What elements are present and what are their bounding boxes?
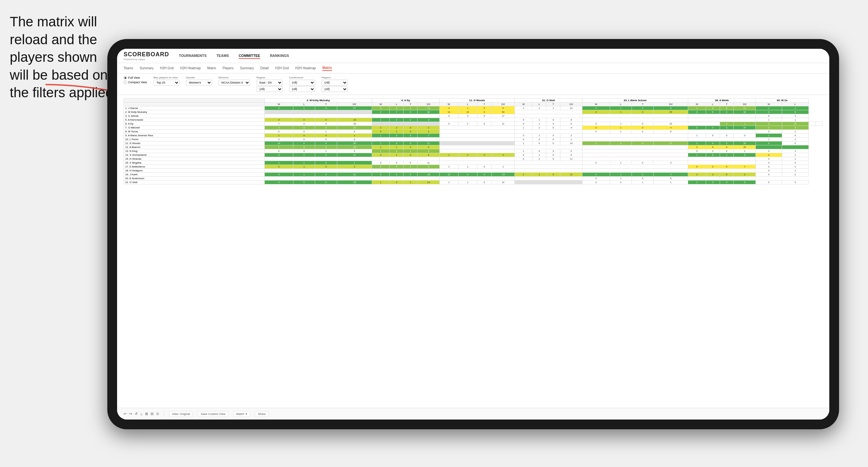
cell: 2 xyxy=(706,149,720,153)
nav-tournaments[interactable]: TOURNAMENTS xyxy=(179,53,207,59)
logo-text: SCOREBOARD xyxy=(124,51,169,58)
zoom-button[interactable]: ⊞ xyxy=(145,412,148,416)
matrix-area[interactable]: 2. M Kelly Mulcahy 6. A Dy 11. G Woods 2… xyxy=(117,95,829,408)
tab-h2h-grid[interactable]: H2H Grid xyxy=(160,66,174,70)
nav-committee[interactable]: COMMITTEE xyxy=(239,53,260,59)
table-row: 16. X Mcgaha 2 1 0 1 3 0 0 11 0 xyxy=(124,161,823,165)
cell: 3 xyxy=(265,106,293,110)
undo-button[interactable]: ↩ xyxy=(124,412,126,416)
cell: 8 xyxy=(654,130,688,134)
cell: 0 xyxy=(546,126,560,130)
tab-players[interactable]: Players xyxy=(223,66,234,70)
cell: 2 xyxy=(372,126,390,130)
cell: 2 xyxy=(532,157,546,161)
cell: 0 xyxy=(560,122,583,126)
tab-matrix[interactable]: Matrix xyxy=(207,66,216,70)
full-view-option[interactable]: Full View xyxy=(124,76,147,80)
col-group-3: 11. G Woods xyxy=(440,98,515,102)
cell: 0 xyxy=(372,110,390,114)
conference-sub-select[interactable]: (All) xyxy=(289,86,315,92)
refresh-button[interactable]: ↺ xyxy=(135,412,137,416)
cell: 1 xyxy=(782,169,808,173)
tab-h2h-heatmap2[interactable]: H2H Heatmap xyxy=(295,66,316,70)
cell: 17 xyxy=(654,142,688,145)
app-content: SCOREBOARD Powered by clippd TOURNAMENTS… xyxy=(117,49,829,419)
save-custom-label: Save Custom View xyxy=(201,412,225,416)
cell: 0 xyxy=(293,145,315,149)
conference-select[interactable]: (All) xyxy=(289,80,315,86)
region-sub-select[interactable]: (All) xyxy=(257,86,283,92)
view-original-button[interactable]: View: Original xyxy=(169,411,193,417)
watch-label: Watch xyxy=(236,412,244,416)
cell: 6 xyxy=(706,110,720,114)
cell: 3 xyxy=(782,126,808,130)
save-custom-button[interactable]: Save Custom View xyxy=(198,411,228,417)
region-select[interactable]: East - DII (All) xyxy=(257,80,283,86)
fit-button[interactable]: ⊟ xyxy=(151,412,154,416)
table-row: 19. J Kanh 3 1 0 13 4 0 0 -20 13 0 0 xyxy=(124,173,823,177)
cell: 1 xyxy=(372,118,390,122)
cell: 7 xyxy=(390,110,404,114)
cell: 5 xyxy=(417,153,440,157)
full-view-radio[interactable] xyxy=(124,76,127,80)
table-row: 6. A Dy 7 0 0 -40 0 1 0 11 0 1 xyxy=(124,122,823,126)
players-select[interactable]: (All) xyxy=(322,80,348,86)
cell xyxy=(265,157,372,161)
home-button[interactable]: ⌂ xyxy=(140,412,143,416)
watch-button[interactable]: Watch ▾ xyxy=(233,411,250,417)
nav-rankings[interactable]: RANKINGS xyxy=(270,53,289,59)
cell: 3 xyxy=(265,137,293,142)
cell: 1 xyxy=(546,106,560,110)
players-sub-select[interactable]: (All) xyxy=(322,86,348,92)
cell: 4 xyxy=(756,142,782,145)
cell: 0 xyxy=(720,106,734,110)
cell: 2 xyxy=(458,153,477,157)
compact-view-radio[interactable] xyxy=(124,81,127,84)
cell: 1 xyxy=(293,153,315,157)
tab-teams[interactable]: Teams xyxy=(124,66,133,70)
gender-select[interactable]: Women's Men's xyxy=(186,80,212,86)
table-row: 21. O Stoll 4 0 0 -35 1 0 1 14 1 1 0 xyxy=(124,181,823,184)
cell: 1 xyxy=(782,118,808,122)
cell: 0 xyxy=(632,161,654,165)
cell: 0 xyxy=(582,173,610,177)
cell: 0 xyxy=(756,173,782,177)
cell xyxy=(515,177,582,181)
share-button[interactable]: Share xyxy=(255,411,269,417)
tab-h2h-heatmap[interactable]: H2H Heatmap xyxy=(180,66,201,70)
cell: 0 xyxy=(404,145,417,149)
col-group-4: 21. O Stoll xyxy=(515,98,582,102)
redo-button[interactable]: ↪ xyxy=(129,412,132,416)
tab-detail[interactable]: Detail xyxy=(260,66,269,70)
tab-matrix2[interactable]: Matrix xyxy=(322,65,332,71)
tab-h2h-grid2[interactable]: H2H Grid xyxy=(275,66,289,70)
cell: 0 xyxy=(315,181,337,184)
clock-button[interactable]: ⊙ xyxy=(156,412,159,416)
table-row: 3. S Jelinek 0 2 0 17 0 1 xyxy=(124,114,823,118)
cell xyxy=(515,114,582,118)
compact-view-option[interactable]: Compact View xyxy=(124,81,147,84)
nav-teams[interactable]: TEAMS xyxy=(216,53,229,59)
cell: 0 xyxy=(546,142,560,145)
sh-6-dif: Dif xyxy=(734,102,756,106)
tab-summary2[interactable]: Summary xyxy=(240,66,254,70)
cell: 1 xyxy=(515,149,532,153)
cell xyxy=(515,169,582,173)
cell: 10 xyxy=(458,110,477,114)
cell xyxy=(515,145,582,149)
cell xyxy=(372,169,440,173)
cell: 0 xyxy=(706,145,720,149)
cell: 10 xyxy=(560,106,583,110)
cell: 2 xyxy=(688,142,706,145)
tab-summary[interactable]: Summary xyxy=(140,66,154,70)
cell: 10 xyxy=(440,110,459,114)
cell: 0 xyxy=(337,149,372,153)
cell: 4 xyxy=(706,142,720,145)
cell: 1 xyxy=(610,173,632,177)
cell xyxy=(688,169,756,173)
col-group-6: 38. A Webb xyxy=(688,98,756,102)
table-row: 7. O Mitchell 3 0 0 19 2 2 0 2 1 2 xyxy=(124,126,823,130)
division-select[interactable]: NCAA Division II NCAA Division I xyxy=(219,80,250,86)
cell: 1 xyxy=(532,153,546,157)
max-players-select[interactable]: Top 25 Top 50 All xyxy=(154,80,180,86)
